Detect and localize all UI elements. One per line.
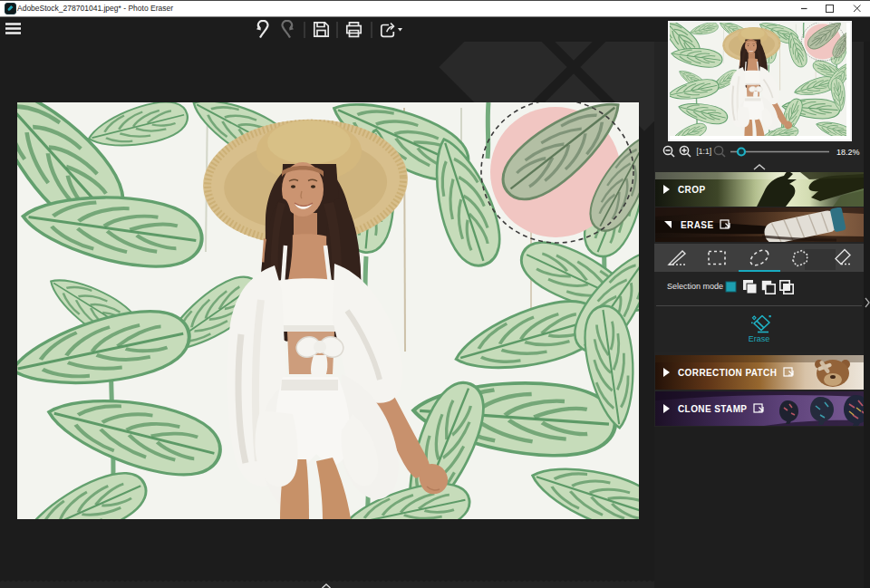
svg-text:18.2%: 18.2% bbox=[836, 148, 860, 157]
svg-text:[1:1]: [1:1] bbox=[697, 147, 712, 156]
